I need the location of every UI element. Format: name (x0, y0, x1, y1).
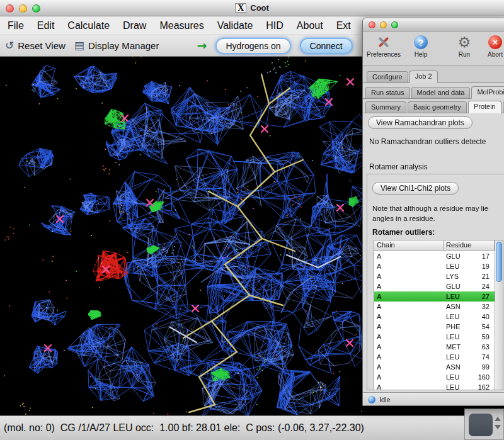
cell-chain: A (374, 313, 444, 320)
display-manager-icon: ▤ (74, 40, 84, 51)
window-titlebar: X Coot (0, 0, 504, 16)
table-row[interactable]: AASN32 (374, 302, 495, 312)
table-row[interactable]: ALEU74 (374, 352, 495, 362)
table-row[interactable]: ALEU162 (374, 382, 495, 390)
view-ramachandran-plots-button[interactable]: View Ramachandran plots (368, 116, 472, 129)
cell-residue-number: 54 (471, 323, 495, 330)
display-manager-button[interactable]: ▤ Display Manager (74, 40, 159, 51)
table-row-selected[interactable]: ALEU27 (374, 291, 495, 302)
section-tab-bar: Summary Basic geometry Protein C (363, 99, 504, 113)
cell-chain: A (374, 252, 444, 260)
rotamer-outliers-table: Chain Residue AGLU17 ALEU19 ALYS21 AGLU2… (374, 240, 495, 390)
abort-button[interactable]: × Abort (484, 34, 504, 58)
reset-view-button[interactable]: ↺ Reset View (5, 40, 66, 51)
cell-chain: A (374, 373, 444, 381)
atom-status-text: (mol. no: 0) CG /1/A/27 LEU occ: 1.00 bf… (4, 422, 364, 434)
table-row[interactable]: ALEU59 (374, 332, 495, 342)
window-controls (6, 4, 40, 13)
run-button[interactable]: ⚙ Run (454, 34, 475, 58)
cell-residue-name: LEU (444, 262, 471, 270)
tab-molprobity[interactable]: MolProbit (471, 86, 504, 99)
cell-chain: A (374, 383, 444, 390)
table-row[interactable]: ALYS21 (374, 271, 495, 281)
cell-residue-number: 74 (471, 353, 495, 361)
table-row[interactable]: AGLU24 (374, 281, 495, 291)
ramachandran-status-text: No Ramachandran outliers detecte (369, 137, 486, 146)
cell-residue-name: LEU (444, 333, 471, 341)
tab-run-status[interactable]: Run status (365, 87, 410, 98)
menu-measures[interactable]: Measures (159, 20, 203, 31)
cell-residue-number: 162 (471, 383, 495, 390)
preferences-icon (375, 34, 392, 50)
abort-label: Abort (488, 51, 503, 58)
cell-chain: A (374, 303, 444, 310)
cell-residue-name: GLU (444, 252, 471, 260)
scroll-down-icon[interactable] (495, 425, 501, 429)
table-row[interactable]: AMET63 (374, 342, 495, 352)
cell-residue-number: 17 (471, 252, 495, 260)
tab-protein[interactable]: Protein (468, 101, 501, 113)
close-button[interactable] (6, 4, 14, 13)
zoom-button[interactable] (32, 4, 40, 13)
table-scrollbar[interactable] (495, 240, 503, 390)
rotamer-outliers-label: Rotamer outliers: (372, 228, 435, 237)
cell-residue-name: LEU (444, 373, 471, 381)
hydrogens-toggle-button[interactable]: Hydrogens on (215, 38, 290, 54)
cell-residue-number: 32 (471, 303, 495, 310)
tab-model-and-data[interactable]: Model and data (411, 87, 471, 98)
column-header-chain[interactable]: Chain (374, 240, 444, 251)
connect-button[interactable]: Connect (300, 38, 353, 54)
table-row[interactable]: AGLU17 (374, 251, 495, 261)
abort-icon: × (488, 35, 502, 49)
rotamer-analysis-label: Rotamer analysis (369, 162, 428, 171)
reset-view-icon: ↺ (5, 40, 14, 51)
cell-chain: A (374, 363, 444, 371)
table-row[interactable]: ALEU19 (374, 261, 495, 271)
menu-extensions[interactable]: Ext (336, 20, 351, 31)
menu-about[interactable]: About (297, 20, 323, 31)
tab-basic-geometry[interactable]: Basic geometry (408, 101, 467, 113)
cell-chain: A (374, 262, 444, 270)
menu-edit[interactable]: Edit (37, 20, 55, 31)
tab-configure[interactable]: Configure (367, 71, 408, 82)
cell-residue-number: 40 (471, 313, 495, 320)
forward-arrow-icon[interactable]: → (197, 40, 207, 52)
table-row[interactable]: ALEU160 (374, 372, 495, 382)
dialog-close-button[interactable] (369, 21, 375, 28)
help-button[interactable]: ? Help (410, 34, 432, 58)
scrollbar-track[interactable] (469, 414, 493, 436)
validation-dialog: Preferences ? Help ⚙ Run × Abort A Confi… (362, 18, 504, 406)
protein-tab-page: View Ramachandran plots No Ramachandran … (363, 113, 504, 392)
column-header-residue[interactable]: Residue (444, 240, 495, 251)
preferences-button[interactable]: Preferences (367, 34, 401, 58)
cell-residue-number: 99 (471, 363, 495, 371)
menu-validate[interactable]: Validate (217, 20, 253, 31)
tab-job-2[interactable]: Job 2 (410, 71, 438, 83)
gear-icon: ⚙ (458, 35, 471, 50)
dialog-minimize-button[interactable] (380, 21, 387, 28)
rotamer-note-line2: angles in a residue. (372, 215, 435, 222)
menu-file[interactable]: File (8, 20, 24, 31)
background-window-scroll-corner (464, 409, 504, 440)
menu-draw[interactable]: Draw (123, 20, 146, 31)
minimize-button[interactable] (19, 4, 27, 13)
dialog-toolbar: Preferences ? Help ⚙ Run × Abort A (363, 31, 504, 65)
cell-residue-name: LEU (444, 293, 471, 300)
table-row[interactable]: AASN99 (374, 362, 495, 372)
cell-chain: A (374, 343, 444, 351)
help-label: Help (415, 51, 428, 58)
table-row[interactable]: APHE54 (374, 322, 495, 332)
cell-residue-number: 24 (471, 283, 495, 290)
scrollbar-thumb[interactable] (496, 242, 502, 282)
scroll-up-icon[interactable] (495, 417, 501, 421)
rotamer-note-line1: Note that although a residue may lie (372, 205, 488, 212)
tab-summary[interactable]: Summary (365, 101, 406, 113)
dialog-zoom-button[interactable] (391, 21, 398, 28)
cell-chain: A (374, 353, 444, 361)
scroll-arrows (495, 417, 501, 429)
menu-hid[interactable]: HID (266, 20, 284, 31)
dialog-status-text: Idle (379, 396, 391, 403)
menu-calculate[interactable]: Calculate (67, 20, 110, 31)
view-chi1-chi2-plots-button[interactable]: View Chi1-Chi2 plots (372, 182, 459, 195)
table-row[interactable]: ALEU40 (374, 312, 495, 322)
